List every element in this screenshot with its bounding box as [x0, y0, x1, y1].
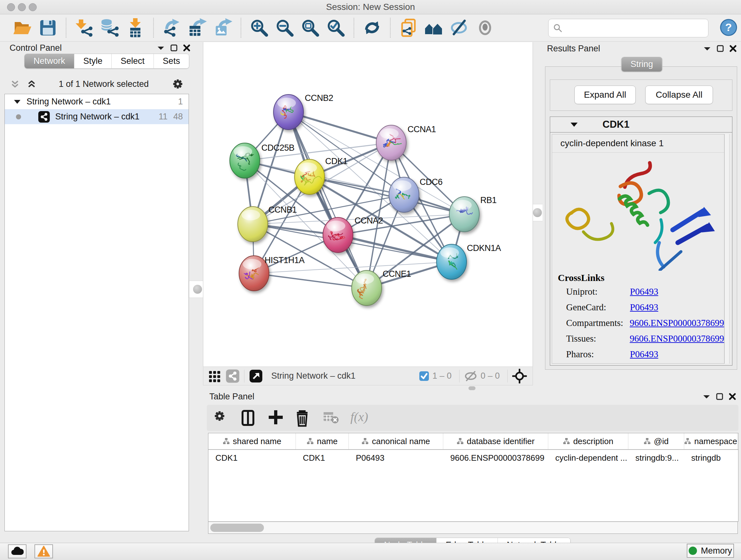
- table-cell[interactable]: CDK1: [208, 450, 296, 466]
- expand-all-button[interactable]: Expand All: [575, 85, 636, 104]
- column-header-namespace[interactable]: namespace: [684, 433, 738, 449]
- help-icon[interactable]: ?: [719, 18, 738, 37]
- delete-column-icon[interactable]: [295, 409, 313, 427]
- import-table-icon[interactable]: [125, 17, 146, 39]
- network-node-CDK1[interactable]: [294, 159, 325, 194]
- birds-eye-view-icon[interactable]: [512, 369, 527, 383]
- table-cell[interactable]: 9606.ENSP00000378699: [443, 450, 548, 466]
- crosslink-link[interactable]: 9606.ENSP00000378699: [630, 318, 724, 328]
- column-header-database-identifier[interactable]: database identifier: [443, 433, 548, 449]
- panel-menu-icon[interactable]: [703, 394, 711, 399]
- column-header-@id[interactable]: @id: [628, 433, 684, 449]
- collapse-all-button[interactable]: Collapse All: [645, 85, 713, 104]
- panel-menu-icon[interactable]: [157, 45, 165, 51]
- protein-header[interactable]: CDK1: [550, 117, 732, 132]
- network-row[interactable]: String Network – cdk1 11 48: [5, 109, 189, 124]
- table-cell[interactable]: stringdb:9...: [628, 450, 684, 466]
- titlebar: Session: New Session: [0, 0, 741, 14]
- warnings-button[interactable]: [35, 544, 53, 558]
- network-node-CDKN1A[interactable]: [436, 244, 467, 279]
- view-network-icon[interactable]: [226, 369, 240, 383]
- float-panel-icon[interactable]: [716, 393, 723, 400]
- zoom-selected-icon[interactable]: [325, 17, 347, 39]
- collapse-all-networks-icon[interactable]: [10, 79, 20, 89]
- close-panel-icon[interactable]: [730, 45, 737, 52]
- crosslinks-title: CrossLinks: [558, 272, 724, 283]
- search-input[interactable]: [565, 23, 705, 34]
- eye-icon[interactable]: [474, 17, 496, 39]
- tab-sets[interactable]: Sets: [153, 54, 189, 68]
- network-collection-row[interactable]: String Network – cdk1 1: [5, 94, 189, 109]
- selected-checkbox-icon[interactable]: [419, 371, 429, 381]
- horizontal-splitter-handle[interactable]: [468, 386, 475, 390]
- network-edge[interactable]: [288, 112, 391, 143]
- table-settings-icon[interactable]: [212, 409, 230, 427]
- network-node-CCNB2[interactable]: [273, 95, 304, 130]
- network-node-CCNA2[interactable]: [323, 217, 353, 253]
- cloud-status-button[interactable]: [8, 544, 26, 558]
- network-edge[interactable]: [254, 273, 367, 288]
- column-header-name[interactable]: name: [296, 433, 349, 449]
- grid-view-icon[interactable]: [208, 370, 221, 382]
- export-network-icon[interactable]: [161, 17, 183, 39]
- protein-detail-box: CDK1 cyclin-dependent kinase 1: [550, 117, 732, 366]
- table-cell[interactable]: stringdb: [684, 450, 738, 466]
- save-session-icon[interactable]: [37, 17, 59, 39]
- add-column-icon[interactable]: [267, 409, 285, 427]
- table-toolbar: f(x): [207, 405, 738, 431]
- column-header-shared-name[interactable]: shared name: [208, 433, 296, 449]
- table-row[interactable]: CDK1CDK1P064939606.ENSP00000378699cyclin…: [208, 450, 738, 466]
- table-horizontal-scrollbar[interactable]: [208, 522, 738, 534]
- export-image-icon[interactable]: [212, 17, 233, 39]
- tab-style[interactable]: Style: [74, 54, 111, 68]
- node-table[interactable]: shared namenamecanonical namedatabase id…: [208, 433, 738, 522]
- open-session-icon[interactable]: [11, 17, 33, 39]
- toolbar-separator: [354, 18, 354, 38]
- home-icon[interactable]: [423, 17, 445, 39]
- memory-button[interactable]: Memory: [687, 544, 734, 558]
- tree-expander-icon[interactable]: [14, 99, 21, 105]
- tab-select[interactable]: Select: [111, 54, 153, 68]
- network-node-CDC25B[interactable]: [230, 143, 260, 178]
- network-canvas[interactable]: CCNB2CCNA1CDC25BCDK1CDC6RB1CCNB1CCNA2CDK…: [203, 42, 533, 367]
- search-field[interactable]: [548, 19, 709, 37]
- export-table-icon[interactable]: [186, 17, 208, 39]
- crosslink-link[interactable]: P06493: [630, 287, 658, 297]
- float-panel-icon[interactable]: [171, 44, 178, 51]
- close-panel-icon[interactable]: [183, 44, 190, 51]
- hidden-eye-icon[interactable]: [464, 370, 477, 382]
- collapse-section-icon[interactable]: [570, 122, 578, 127]
- network-node-RB1[interactable]: [449, 197, 479, 232]
- tab-string[interactable]: String: [622, 57, 662, 71]
- detach-view-icon[interactable]: [249, 369, 263, 383]
- expand-all-networks-icon[interactable]: [27, 79, 37, 89]
- network-node-CCNA1[interactable]: [376, 125, 406, 160]
- table-cell[interactable]: cyclin-dependent ...: [548, 450, 628, 466]
- import-network-icon[interactable]: [73, 17, 95, 39]
- close-panel-icon[interactable]: [729, 393, 736, 400]
- network-node-CCNB1[interactable]: [238, 206, 268, 242]
- zoom-in-icon[interactable]: [248, 17, 270, 39]
- select-columns-icon[interactable]: [240, 409, 258, 427]
- float-panel-icon[interactable]: [717, 45, 724, 52]
- table-cell[interactable]: CDK1: [296, 450, 349, 466]
- column-header-canonical-name[interactable]: canonical name: [349, 433, 443, 449]
- network-options-gear-icon[interactable]: [171, 77, 185, 91]
- network-node-CDC6[interactable]: [389, 177, 419, 212]
- tab-network[interactable]: Network: [24, 54, 74, 68]
- network-node-CCNE1[interactable]: [352, 270, 382, 306]
- clone-network-icon[interactable]: [398, 17, 419, 39]
- crosslink-link[interactable]: P06493: [630, 349, 658, 360]
- results-scrollbar[interactable]: [724, 134, 730, 364]
- crosslink-link[interactable]: 9606.ENSP00000378699: [630, 333, 724, 344]
- table-cell[interactable]: P06493: [349, 450, 443, 466]
- import-database-icon[interactable]: [99, 17, 121, 39]
- hide-panel-icon[interactable]: [449, 17, 470, 39]
- scrollbar-thumb[interactable]: [210, 523, 264, 532]
- crosslink-link[interactable]: P06493: [630, 302, 658, 313]
- column-header-description[interactable]: description: [548, 433, 628, 449]
- zoom-out-icon[interactable]: [274, 17, 295, 39]
- refresh-icon[interactable]: [361, 17, 383, 39]
- panel-menu-icon[interactable]: [703, 46, 711, 51]
- zoom-fit-icon[interactable]: [299, 17, 321, 39]
